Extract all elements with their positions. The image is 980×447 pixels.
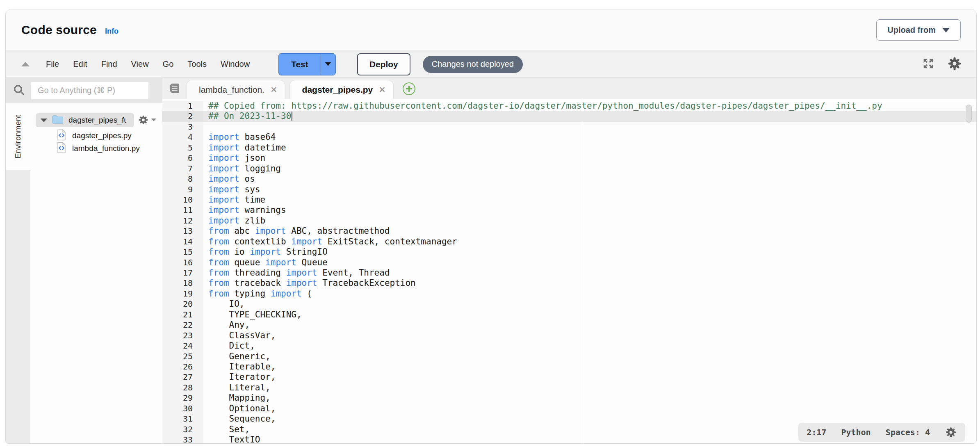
chevron-down-icon bbox=[942, 28, 950, 32]
code-line-2[interactable]: 2## On 2023-11-30 bbox=[162, 111, 977, 121]
close-icon[interactable]: ✕ bbox=[270, 85, 278, 95]
menu-item-window[interactable]: Window bbox=[221, 59, 250, 69]
line-number: 2 bbox=[162, 111, 203, 121]
code-text: import json bbox=[203, 153, 265, 163]
code-line-29[interactable]: 29 Mapping, bbox=[162, 393, 977, 403]
line-number: 10 bbox=[162, 195, 203, 205]
menu-item-view[interactable]: View bbox=[131, 59, 149, 69]
close-icon[interactable]: ✕ bbox=[378, 85, 386, 95]
code-line-25[interactable]: 25 Generic, bbox=[162, 351, 977, 362]
code-text: Generic, bbox=[203, 351, 271, 362]
test-dropdown-button[interactable] bbox=[321, 54, 335, 75]
line-number: 8 bbox=[162, 174, 203, 184]
tab-lambda_function[interactable]: lambda_function.✕ bbox=[186, 80, 285, 99]
menu-item-find[interactable]: Find bbox=[101, 59, 117, 69]
code-line-18[interactable]: 18from traceback import TracebackExcepti… bbox=[162, 278, 977, 288]
new-tab-button[interactable] bbox=[403, 82, 415, 95]
fullscreen-icon[interactable] bbox=[921, 57, 935, 72]
code-line-13[interactable]: 13from abc import ABC, abstractmethod bbox=[162, 226, 977, 236]
code-line-3[interactable]: 3 bbox=[162, 122, 977, 132]
line-number: 25 bbox=[162, 351, 203, 362]
tab-list-icon[interactable] bbox=[168, 82, 180, 96]
search-icon bbox=[12, 83, 25, 98]
tab-dagster_pipes.py[interactable]: dagster_pipes.py✕ bbox=[289, 80, 394, 99]
test-split-button[interactable]: Test bbox=[278, 53, 336, 75]
info-link[interactable]: Info bbox=[105, 27, 119, 36]
code-text: import warnings bbox=[203, 205, 286, 215]
line-number: 7 bbox=[162, 164, 203, 174]
chevron-down-icon bbox=[151, 119, 156, 121]
code-line-6[interactable]: 6import json bbox=[162, 153, 977, 163]
environment-tab[interactable]: Environment bbox=[6, 103, 30, 170]
line-number: 30 bbox=[162, 404, 203, 414]
code-line-11[interactable]: 11import warnings bbox=[162, 205, 977, 215]
code-text: from queue import Queue bbox=[203, 258, 328, 268]
tree-folder-row[interactable]: dagster_pipes_funct bbox=[36, 113, 134, 127]
code-text: from contextlib import ExitStack, contex… bbox=[203, 237, 457, 247]
line-number: 18 bbox=[162, 278, 203, 288]
editor-status-bar: 2:17 Python Spaces: 4 bbox=[798, 423, 965, 442]
line-number: 20 bbox=[162, 299, 203, 309]
code-text: Optional, bbox=[203, 404, 276, 414]
editor-settings-gear-icon[interactable] bbox=[945, 426, 957, 438]
code-line-7[interactable]: 7import logging bbox=[162, 164, 977, 174]
code-text: ## Copied from: https://raw.githubuserco… bbox=[203, 101, 882, 111]
tree-file-lambda_function.py[interactable]: lambda_function.py bbox=[57, 142, 140, 155]
code-text: Sequence, bbox=[203, 414, 276, 424]
code-line-8[interactable]: 8import os bbox=[162, 174, 977, 184]
deploy-button[interactable]: Deploy bbox=[357, 53, 410, 75]
code-text: import base64 bbox=[203, 132, 276, 142]
tree-file-dagster_pipes.py[interactable]: dagster_pipes.py bbox=[57, 129, 132, 142]
menu-item-go[interactable]: Go bbox=[163, 59, 174, 69]
code-line-19[interactable]: 19from typing import ( bbox=[162, 289, 977, 299]
code-editor[interactable]: 1## Copied from: https://raw.githubuserc… bbox=[162, 99, 977, 443]
code-line-14[interactable]: 14from contextlib import ExitStack, cont… bbox=[162, 237, 977, 247]
tree-settings-button[interactable] bbox=[138, 114, 156, 125]
line-number: 5 bbox=[162, 143, 203, 153]
code-line-15[interactable]: 15from io import StringIO bbox=[162, 247, 977, 257]
upload-from-button[interactable]: Upload from bbox=[876, 19, 961, 41]
code-line-28[interactable]: 28 Literal, bbox=[162, 383, 977, 393]
tab-label: lambda_function. bbox=[199, 85, 264, 95]
gear-icon[interactable] bbox=[947, 56, 962, 73]
code-line-21[interactable]: 21 TYPE_CHECKING, bbox=[162, 310, 977, 320]
menus: FileEditFindViewGoToolsWindow bbox=[46, 59, 250, 69]
collapse-panel-icon[interactable] bbox=[21, 62, 30, 66]
code-line-10[interactable]: 10import time bbox=[162, 195, 977, 205]
changes-not-deployed-badge: Changes not deployed bbox=[423, 56, 523, 73]
code-line-4[interactable]: 4import base64 bbox=[162, 132, 977, 142]
menu-item-tools[interactable]: Tools bbox=[187, 59, 207, 69]
code-text: Iterable, bbox=[203, 362, 276, 372]
code-line-1[interactable]: 1## Copied from: https://raw.githubuserc… bbox=[162, 101, 977, 111]
cursor-position[interactable]: 2:17 bbox=[807, 427, 826, 437]
code-line-5[interactable]: 5import datetime bbox=[162, 143, 977, 153]
code-line-23[interactable]: 23 ClassVar, bbox=[162, 331, 977, 341]
line-number: 21 bbox=[162, 310, 203, 320]
code-line-26[interactable]: 26 Iterable, bbox=[162, 362, 977, 372]
chevron-expanded-icon[interactable] bbox=[41, 119, 47, 122]
line-number: 6 bbox=[162, 153, 203, 163]
vertical-scrollbar[interactable] bbox=[966, 105, 972, 123]
language-mode[interactable]: Python bbox=[841, 427, 871, 437]
code-line-9[interactable]: 9import sys bbox=[162, 185, 977, 195]
code-text: ## On 2023-11-30 bbox=[203, 111, 292, 121]
code-line-30[interactable]: 30 Optional, bbox=[162, 404, 977, 414]
code-line-17[interactable]: 17from threading import Event, Thread bbox=[162, 268, 977, 278]
code-line-20[interactable]: 20 IO, bbox=[162, 299, 977, 309]
menu-item-file[interactable]: File bbox=[46, 59, 59, 69]
code-text: import zlib bbox=[203, 216, 265, 226]
code-line-27[interactable]: 27 Iterator, bbox=[162, 372, 977, 382]
environment-tab-label: Environment bbox=[14, 114, 23, 158]
upload-from-label: Upload from bbox=[887, 25, 936, 35]
menu-item-edit[interactable]: Edit bbox=[73, 59, 87, 69]
code-line-24[interactable]: 24 Dict, bbox=[162, 341, 977, 351]
code-line-12[interactable]: 12import zlib bbox=[162, 216, 977, 226]
test-button[interactable]: Test bbox=[279, 54, 321, 75]
code-line-16[interactable]: 16from queue import Queue bbox=[162, 258, 977, 268]
code-text: Mapping, bbox=[203, 393, 271, 403]
code-text: from traceback import TracebackException bbox=[203, 278, 416, 288]
indent-setting[interactable]: Spaces: 4 bbox=[886, 427, 930, 437]
code-text: Any, bbox=[203, 320, 250, 330]
goto-anything-input[interactable] bbox=[31, 82, 148, 99]
code-line-22[interactable]: 22 Any, bbox=[162, 320, 977, 330]
